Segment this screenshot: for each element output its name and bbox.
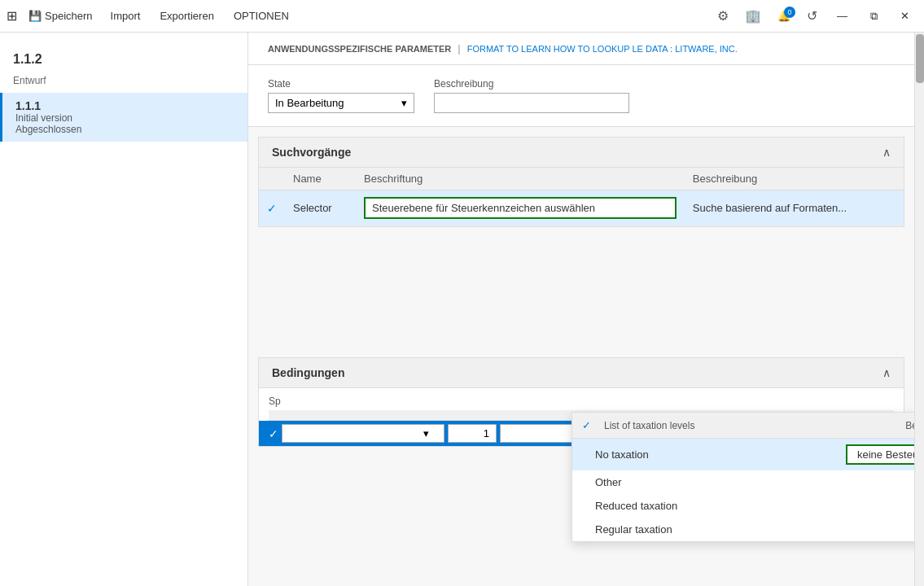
grid-icon: ⊞ [7,8,17,24]
sidebar-item-version: 1.1.1 [15,99,234,112]
import-button[interactable]: Import [103,7,149,25]
dropdown-item-name-0: No taxation [595,448,833,461]
beschriftung-highlight[interactable]: Steuerebene für Steuerkennzeichen auswäh… [364,197,677,219]
row-check-cell: ✓ [259,190,285,226]
close-button[interactable]: ✕ [892,7,917,25]
suchvorgange-chevron-icon: ∧ [882,146,891,159]
sidebar-item-1[interactable]: 1.1.1 Initial version Abgeschlossen [0,93,247,142]
state-label: State [268,78,414,90]
notification-button[interactable]: 🔔 0 [773,7,795,25]
dropdown-item-name-1: Other [595,476,833,488]
dropdown-item-name-2: Reduced taxation [595,500,833,512]
titlebar: ⊞ 💾 Speichern Import Exportieren OPTIONE… [0,0,924,33]
chevron-down-icon: ▾ [401,97,407,109]
dropdown-check-header: ✓ [582,419,591,431]
dropdown-col-beschriftung: Beschriftung [905,420,914,431]
scrollbar-track[interactable] [914,33,924,586]
bedin-text-input[interactable] [285,427,423,440]
sidebar-item-subtitle: Initial version [15,112,234,124]
breadcrumb-separator: | [458,42,460,55]
breadcrumb-part2: FORMAT TO LEARN HOW TO LOOKUP LE DATA : … [467,44,738,54]
col-beschriftung: Beschriftung [356,168,685,190]
row-beschreibung-cell: Suche basierend auf Formaten... [685,190,904,226]
bedin-input-cell: ▾ [282,424,444,443]
save-button[interactable]: 💾 Speichern [22,7,99,25]
col-check [259,168,285,190]
settings-icon-btn[interactable]: ⚙ [712,7,734,26]
beschreibung-input[interactable] [434,93,629,113]
bedin-check-icon: ✓ [269,427,278,440]
titlebar-icons: ⚙ 🏢 🔔 0 ↺ — ⧉ ✕ [712,7,917,26]
row-beschriftung-cell: Steuerebene für Steuerkennzeichen auswäh… [356,190,685,226]
col-name: Name [285,168,356,190]
bedin-number-cell[interactable]: 1 [448,424,497,443]
check-icon: ✓ [267,202,277,215]
col-beschreibung: Beschreibung [685,168,904,190]
dropdown-item-value-0[interactable]: keine Besteuerung [846,444,914,465]
state-select-value: In Bearbeitung [275,97,395,109]
bedingungen-sp-label: Sp [259,388,904,410]
bedingungen-chevron-icon: ∧ [882,366,891,379]
content-area: ANWENDUNGSSPEZIFISCHE PARAMETER | FORMAT… [248,33,914,586]
dropdown-item-1[interactable]: Other [572,470,914,494]
sidebar-item-status: Abgeschlossen [15,124,234,135]
state-field: State In Bearbeitung ▾ [268,78,414,113]
sidebar-top-version: 1.1.2 [0,46,247,73]
content-wrapper: Suchvorgänge ∧ Name Beschriftung Beschre… [248,127,914,586]
sidebar: 1.1.2 Entwurf 1.1.1 Initial version Abge… [0,33,248,586]
dropdown-item-3[interactable]: Regular taxation [572,518,914,541]
breadcrumb: ANWENDUNGSSPEZIFISCHE PARAMETER | FORMAT… [248,33,914,65]
refresh-button[interactable]: ↺ [802,7,822,26]
main-layout: 1.1.2 Entwurf 1.1.1 Initial version Abge… [0,33,924,586]
suchvorgange-table: Name Beschriftung Beschreibung ✓ Selecto… [259,168,904,226]
maximize-button[interactable]: ⧉ [862,7,886,26]
suchvorgange-header[interactable]: Suchvorgänge ∧ [259,138,904,168]
beschreibung-label: Beschreibung [434,78,629,90]
notification-badge: 0 [784,7,795,18]
dropdown-col-name: List of taxation levels [604,420,892,431]
scrollbar-thumb[interactable] [916,34,924,83]
dropdown-header: ✓ List of taxation levels Beschriftung [572,413,914,439]
suchvorgange-title: Suchvorgänge [272,146,351,159]
bedin-dropdown-icon[interactable]: ▾ [423,427,429,440]
suchvorgange-table-wrapper: Name Beschriftung Beschreibung ✓ Selecto… [259,168,904,226]
bedingungen-title: Bedingungen [272,366,344,379]
dropdown-item-2[interactable]: Reduced taxation [572,494,914,518]
table-row[interactable]: ✓ Selector Steuerebene für Steuerkennzei… [259,190,904,226]
options-button[interactable]: OPTIONEN [226,7,297,25]
beschreibung-field: Beschreibung [434,78,629,113]
minimize-button[interactable]: — [829,7,856,25]
dropdown-panel: ✓ List of taxation levels Beschriftung N… [571,412,914,542]
sidebar-draft-label: Entwurf [0,73,247,93]
dropdown-item-0[interactable]: No taxation keine Besteuerung [572,439,914,470]
form-area: State In Bearbeitung ▾ Beschreibung [248,65,914,127]
breadcrumb-part1: ANWENDUNGSSPEZIFISCHE PARAMETER [268,44,451,54]
state-select[interactable]: In Bearbeitung ▾ [268,93,414,113]
save-icon: 💾 [28,10,42,22]
dropdown-item-name-3: Regular taxation [595,523,833,536]
row-name-cell: Selector [285,190,356,226]
export-button[interactable]: Exportieren [151,7,221,25]
office-icon-btn[interactable]: 🏢 [740,7,766,26]
suchvorgange-section: Suchvorgänge ∧ Name Beschriftung Beschre… [258,137,904,227]
bedingungen-header[interactable]: Bedingungen ∧ [259,358,904,388]
table-header-row: Name Beschriftung Beschreibung [259,168,904,190]
